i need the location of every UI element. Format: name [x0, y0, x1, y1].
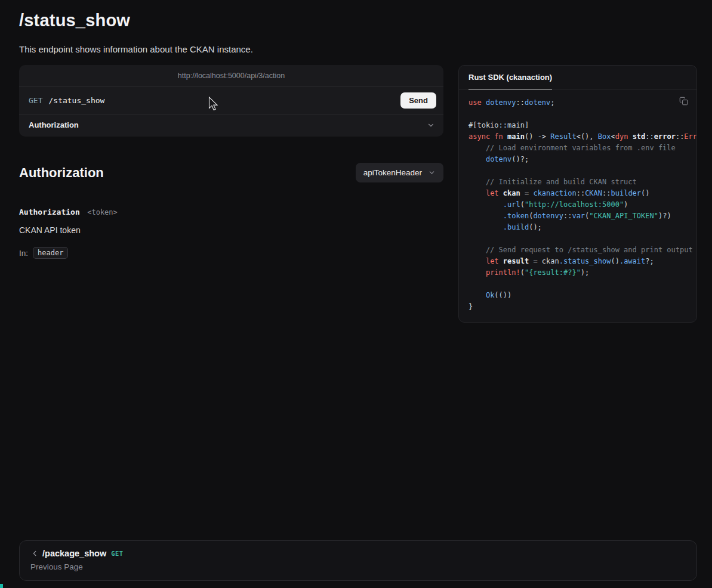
- tab-rust-sdk[interactable]: Rust SDK (ckanaction): [468, 66, 552, 89]
- code-block: use dotenvy::dotenv; #[tokio::main]async…: [468, 97, 687, 312]
- copy-button[interactable]: [677, 95, 690, 109]
- request-path: /status_show: [48, 96, 104, 105]
- auth-scheme-label: apiTokenHeader: [363, 168, 422, 177]
- sdk-panel-header: Rust SDK (ckanaction): [459, 66, 696, 89]
- corner-artifact: [0, 584, 3, 588]
- authorization-section: Authorization apiTokenHeader Authorizati…: [19, 163, 443, 259]
- previous-page-link[interactable]: /package_show GET Previous Page: [19, 540, 697, 581]
- chevron-down-icon: [427, 121, 435, 129]
- main-content: http://localhost:5000/api/3/action GET /…: [19, 65, 697, 323]
- authorization-heading: Authorization: [19, 165, 104, 181]
- authorization-accordion[interactable]: Authorization: [19, 114, 443, 137]
- chevron-left-icon: [30, 549, 39, 558]
- left-column: http://localhost:5000/api/3/action GET /…: [19, 65, 443, 259]
- auth-param-hint: <token>: [87, 208, 118, 216]
- previous-page-method: GET: [111, 550, 123, 557]
- previous-page-path: /package_show: [42, 549, 106, 558]
- request-card: http://localhost:5000/api/3/action GET /…: [19, 65, 443, 137]
- request-url-bar[interactable]: http://localhost:5000/api/3/action: [19, 65, 443, 87]
- page-description: This endpoint shows information about th…: [19, 44, 697, 54]
- authorization-accordion-label: Authorization: [29, 120, 79, 129]
- page: /status_show This endpoint shows informa…: [0, 0, 712, 588]
- auth-param-line: Authorization <token>: [19, 206, 443, 217]
- send-button[interactable]: Send: [400, 92, 436, 109]
- code-container: use dotenvy::dotenv; #[tokio::main]async…: [459, 89, 696, 322]
- auth-in-label: In:: [19, 249, 28, 258]
- header-badge: header: [33, 247, 68, 259]
- page-title: /status_show: [19, 10, 697, 31]
- sdk-code-panel: Rust SDK (ckanaction) use dotenvy::doten…: [458, 65, 697, 323]
- http-method-label: GET: [29, 96, 42, 105]
- chevron-down-icon: [428, 169, 436, 177]
- request-row: GET /status_show Send: [19, 87, 443, 114]
- auth-param-name: Authorization: [19, 208, 80, 216]
- clipboard-icon: [679, 97, 688, 106]
- auth-param-description: CKAN API token: [19, 225, 443, 235]
- auth-in-row: In: header: [19, 247, 443, 259]
- auth-scheme-select[interactable]: apiTokenHeader: [356, 163, 443, 182]
- previous-page-label: Previous Page: [30, 562, 686, 571]
